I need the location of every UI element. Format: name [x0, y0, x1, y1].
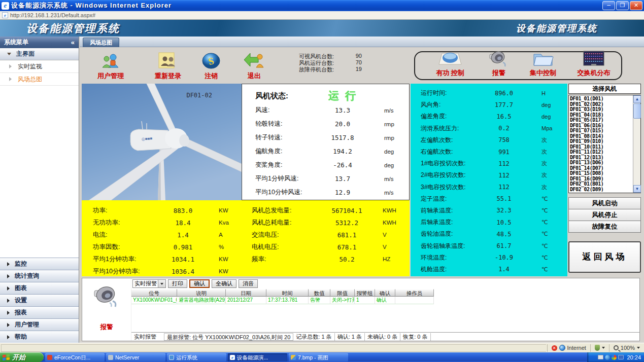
sidebar-group-main[interactable]: 主界面: [0, 48, 79, 60]
row-value: 32.3: [486, 207, 522, 214]
sidebar-accordion-item[interactable]: 设置: [0, 294, 79, 306]
confirm-all-button[interactable]: 全确认: [212, 279, 236, 288]
confirm-button[interactable]: 确认: [189, 279, 210, 288]
turbine-list-item[interactable]: DF01_01(D01): [570, 96, 632, 102]
column-header[interactable]: 确认: [375, 289, 395, 297]
column-header[interactable]: 说明: [177, 289, 226, 297]
scroll-up-icon[interactable]: ▲: [633, 95, 641, 103]
sidebar-item-realtime-monitor[interactable]: 实时监视: [0, 60, 79, 73]
status-row: 平均1分钟风速: 13.7 m/s: [242, 172, 409, 186]
print-button[interactable]: 打印: [168, 279, 187, 288]
collapse-sidebar-icon[interactable]: «: [71, 39, 75, 46]
sidebar-accordion-item[interactable]: 图表: [0, 282, 79, 294]
turbine-list-item[interactable]: DF01_11(D12): [570, 150, 632, 155]
screen: e 设备能源演示系统 - Windows Internet Explorer ─…: [0, 0, 644, 362]
network-tray-icon[interactable]: [605, 355, 610, 360]
user-management-button[interactable]: 用户管理: [89, 51, 132, 81]
row-unit: deg: [384, 149, 394, 155]
turbine-list-item[interactable]: DF01_15(D08): [570, 171, 632, 176]
scroll-down-icon[interactable]: ▼: [633, 185, 641, 193]
tab-windfarm-overview[interactable]: 风场总图: [83, 38, 119, 47]
row-unit: HZ: [383, 256, 390, 262]
return-windfarm-button[interactable]: 返回风场: [568, 241, 641, 273]
row-unit: KW: [219, 256, 228, 262]
row-label: 齿轮油温度:: [421, 230, 486, 238]
row-unit: deg: [541, 102, 551, 108]
turbine-list-item[interactable]: DF01_05(D17): [570, 118, 632, 123]
alarm-cell: 1: [355, 297, 375, 304]
row-value: 55.1: [486, 195, 522, 202]
central-control-button[interactable]: 集中控制: [521, 49, 565, 78]
alarm-filter-dropdown[interactable]: 实时报警: [132, 279, 166, 288]
power-row: 平均1分钟功率: 1034.1 KW: [82, 253, 246, 265]
active-power-control-button[interactable]: 有功 控制: [428, 49, 472, 78]
keyboard-tray-icon[interactable]: [598, 355, 603, 359]
task-eforcecon[interactable]: eForceCon日...: [45, 353, 105, 361]
turbine-stop-button[interactable]: 风机停止: [568, 209, 641, 221]
logout-icon: S: [190, 51, 232, 71]
exit-button[interactable]: 退出: [233, 51, 276, 81]
column-header[interactable]: 数值: [309, 289, 330, 297]
sidebar-accordion-item[interactable]: 统计查询: [0, 270, 79, 282]
logout-label: 注销: [190, 71, 232, 81]
address-url[interactable]: http://192.168.1.231/Default.aspx#: [10, 12, 95, 18]
measurement-panel: 运行时间: 896.0 H 风向角: 177.7 deg 偏差角度: 16.5 …: [411, 84, 567, 276]
turbine-start-button[interactable]: 风机启动: [568, 197, 641, 209]
row-label: 平均10分钟风速:: [255, 188, 322, 197]
task-energy-system[interactable]: e 设备能源演...: [228, 353, 287, 361]
turbine-list-item[interactable]: DF01_09(D10): [570, 139, 632, 144]
alarm-table-row[interactable]: YX1000KW\DF01_02\A29避雷器电路故障(A29)2012/12/…: [131, 297, 639, 304]
mute-button[interactable]: 消音: [239, 279, 258, 288]
sidebar-header[interactable]: 系统菜单 «: [0, 37, 79, 48]
scrollbar[interactable]: ▲ ▼: [633, 95, 640, 193]
row-unit: m/s: [384, 176, 394, 182]
window-titlebar: e 设备能源演示系统 - Windows Internet Explorer ─…: [0, 0, 644, 11]
zoom-control[interactable]: 100%: [609, 344, 644, 352]
turbine-list-item[interactable]: DF01_07(D15): [570, 128, 632, 134]
task-paint[interactable]: 7.bmp - 画图: [289, 353, 348, 361]
sidebar-accordion-item[interactable]: 用户管理: [0, 318, 79, 331]
user-management-label: 用户管理: [89, 71, 132, 81]
stat-row: 可视风机台数: 90: [299, 53, 362, 59]
row-value: 177.7: [486, 101, 522, 108]
display-tray-icon[interactable]: [618, 355, 624, 359]
start-button[interactable]: 开始: [0, 352, 44, 362]
column-header[interactable]: 限值: [330, 289, 355, 297]
column-header[interactable]: 位号: [131, 289, 177, 297]
logout-button[interactable]: S 注销: [190, 51, 232, 81]
row-value: 0.981: [161, 243, 205, 251]
fault-reset-button[interactable]: 故障复位: [568, 221, 641, 233]
turbine-list-item[interactable]: DF02_01(B01): [570, 182, 632, 187]
select-turbine-button[interactable]: 选择风机: [568, 84, 641, 94]
column-header[interactable]: 报警组: [355, 289, 375, 297]
restore-button[interactable]: ❐: [616, 1, 629, 10]
triangle-right-icon: [7, 335, 10, 339]
sidebar-accordion-item[interactable]: 帮助: [0, 331, 79, 343]
task-netserver[interactable]: NetServer: [106, 353, 165, 361]
scroll-thumb[interactable]: [633, 103, 641, 119]
relogin-button[interactable]: 重新登录: [147, 51, 189, 81]
pinwheel-tray-icon[interactable]: [612, 355, 617, 360]
turbine-list-item[interactable]: DF02_02(D89): [570, 187, 632, 192]
window-title: 设备能源演示系统 - Windows Internet Explorer: [11, 1, 602, 10]
switch-distribution-button[interactable]: 交换机分布: [571, 49, 616, 78]
close-button[interactable]: ✕: [630, 1, 642, 10]
turbine-list-item[interactable]: DF01_03(D19): [570, 107, 632, 113]
column-header[interactable]: 时间: [266, 289, 309, 297]
minimize-button[interactable]: ─: [602, 1, 615, 10]
measurement-row: 环境温度: -10.9 ℃: [411, 252, 567, 264]
measurement-row: 左偏航次数: 758 次: [411, 134, 567, 146]
sidebar-accordion-item[interactable]: 报表: [0, 306, 79, 318]
row-unit: Kva: [219, 220, 229, 226]
row-unit: rmp: [384, 135, 394, 141]
turbine-list-item[interactable]: DF01_13(D06): [570, 160, 632, 166]
alarm-control-button[interactable]: 报警: [477, 49, 521, 78]
banner-title-left: 设备能源管理系统: [26, 21, 120, 35]
task-runtime-system[interactable]: 运行系统: [167, 353, 226, 361]
column-header[interactable]: 操作员: [395, 289, 434, 297]
column-header[interactable]: 日期: [226, 289, 266, 297]
dropdown-arrow-icon[interactable]: [158, 280, 165, 287]
sidebar-accordion-item[interactable]: 监控: [0, 258, 79, 270]
status-row: 转子转速: 1517.8 rmp: [242, 131, 409, 144]
sidebar-item-windfarm-overview[interactable]: 风场总图: [0, 73, 79, 86]
